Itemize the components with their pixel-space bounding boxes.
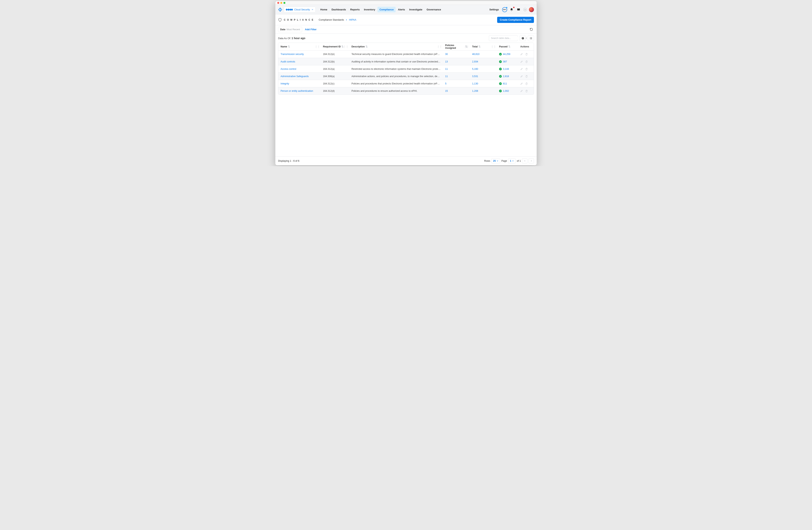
score-indicator[interactable]: 88% [502,7,507,12]
undo-icon [530,28,533,31]
grip-icon[interactable]: ⋮⋮ [437,45,442,48]
row-name-link[interactable]: Audit controls [280,60,295,63]
row-name-link[interactable]: Integrity [280,82,289,85]
notifications-button[interactable] [509,7,514,12]
table-row: Access control164.312(a)Restricted acces… [278,65,534,72]
as-of-value: 1 hour ago [292,37,305,40]
cell-description: Auditing of activity in information syst… [349,60,443,63]
policies-link[interactable]: 11 [445,75,448,78]
grip-icon[interactable]: ⋮⋮ [491,45,496,48]
download-button[interactable] [520,35,526,41]
row-name-link[interactable]: Access control [280,68,296,70]
nav-inventory[interactable]: Inventory [362,7,377,12]
edit-row-button[interactable] [520,75,523,78]
chevron-down-icon [311,9,314,11]
grip-icon[interactable]: ⋮⋮ [315,45,320,48]
settings-link[interactable]: Settings [490,8,499,11]
grip-icon[interactable]: ⋮⋮ [464,45,469,48]
passed-link[interactable]: 2,818 [503,75,509,78]
nav-reports[interactable]: Reports [348,7,362,12]
policies-link[interactable]: 15 [445,90,448,92]
delete-row-button[interactable] [525,68,528,70]
cell-requirement: 164.312(b) [321,60,349,63]
th-policies[interactable]: Policies Assigned⇅⋮⋮ [443,43,470,50]
prev-page-button[interactable] [522,158,527,163]
workspace-selector[interactable]: Cloud Security [284,7,316,13]
delete-row-button[interactable] [525,60,528,63]
th-requirement[interactable]: Requirement ID⇅⋮⋮ [321,43,349,50]
nav-home[interactable]: Home [318,7,329,12]
total-link[interactable]: 1,208 [472,90,478,92]
breadcrumb-root[interactable]: Compliance Standards [319,18,344,21]
cell-requirement: 164.308(a) [321,75,349,78]
edit-row-button[interactable] [520,90,523,92]
search-input[interactable] [491,37,520,40]
check-circle-icon [499,82,502,85]
table-search[interactable] [489,35,518,41]
nav-dashboards[interactable]: Dashboards [330,7,348,12]
th-passed[interactable]: Passed⇅ [497,43,518,50]
cell-policies: 11 [443,68,470,70]
delete-row-button[interactable] [525,82,528,85]
ai-assistant-button[interactable]: AI [523,7,527,12]
close-window-icon[interactable] [277,2,279,4]
nav-compliance[interactable]: Compliance [377,7,396,12]
reset-filters-button[interactable] [528,27,534,32]
passed-link[interactable]: 3,144 [503,68,509,70]
cell-total: 48,810 [470,53,497,56]
section-title-text: COMPLIANCE [284,18,315,21]
passed-link[interactable]: 387 [503,60,507,63]
total-link[interactable]: 2,934 [472,60,478,63]
sort-icon: ⇅ [288,45,290,48]
nav-governance[interactable]: Governance [425,7,443,12]
table-footer: Displaying 1 - 6 of 6 Rows 25 Page 1 of … [275,156,537,165]
app-window: Cloud Security Home Dashboards Reports I… [275,1,537,166]
grip-icon[interactable]: ⋮⋮ [343,45,348,48]
create-report-button[interactable]: Create Compliance Report [497,17,534,23]
total-link[interactable]: 5,160 [472,68,478,70]
nav-investigate[interactable]: Investigate [407,7,424,12]
date-filter[interactable]: Date Most Recent [278,27,302,32]
table-header-row: Name⇅⋮⋮ Requirement ID⇅⋮⋮ Description⇅⋮⋮… [278,43,534,51]
passed-link[interactable]: 44,259 [503,53,510,56]
docs-button[interactable] [516,7,521,12]
score-value: 88% [503,9,506,10]
edit-row-button[interactable] [520,82,523,85]
row-name-link[interactable]: Transmission security [280,53,304,56]
policies-link[interactable]: 11 [445,68,448,70]
passed-link[interactable]: 1,002 [503,90,509,92]
th-total[interactable]: Total⇅⋮⋮ [470,43,497,50]
policies-link[interactable]: 5 [445,82,447,85]
th-description[interactable]: Description⇅⋮⋮ [349,43,443,50]
edit-row-button[interactable] [520,53,523,56]
columns-button[interactable] [528,35,534,41]
sort-icon: ⇅ [508,45,510,48]
add-filter-button[interactable]: Add Filter [305,28,317,31]
nav-alerts[interactable]: Alerts [396,7,407,12]
cell-policies: 30 [443,53,470,56]
delete-row-button[interactable] [525,75,528,78]
main-nav: Home Dashboards Reports Inventory Compli… [318,7,443,12]
edit-row-button[interactable] [520,68,523,70]
passed-link[interactable]: 811 [503,82,507,85]
next-page-button[interactable] [528,158,534,163]
date-filter-value: Most Recent [287,28,300,31]
policies-link[interactable]: 30 [445,53,448,56]
total-link[interactable]: 48,810 [472,53,479,56]
policies-link[interactable]: 13 [445,60,448,63]
edit-row-button[interactable] [520,60,523,63]
row-name-link[interactable]: Person or entity authentication [280,90,313,92]
user-avatar[interactable] [529,7,534,12]
page-number-selector[interactable]: 1 [508,158,516,163]
row-name-link[interactable]: Administrative Safeguards [280,75,309,78]
maximize-window-icon[interactable] [284,2,285,4]
total-link[interactable]: 1,130 [472,82,478,85]
workspace-label: Cloud Security [294,8,310,11]
total-link[interactable]: 3,531 [472,75,478,78]
th-name[interactable]: Name⇅⋮⋮ [278,43,321,50]
rows-per-page-selector[interactable]: 25 [491,158,500,163]
delete-row-button[interactable] [525,53,528,56]
minimize-window-icon[interactable] [280,2,282,4]
cell-name: Integrity [278,82,321,85]
delete-row-button[interactable] [525,90,528,92]
